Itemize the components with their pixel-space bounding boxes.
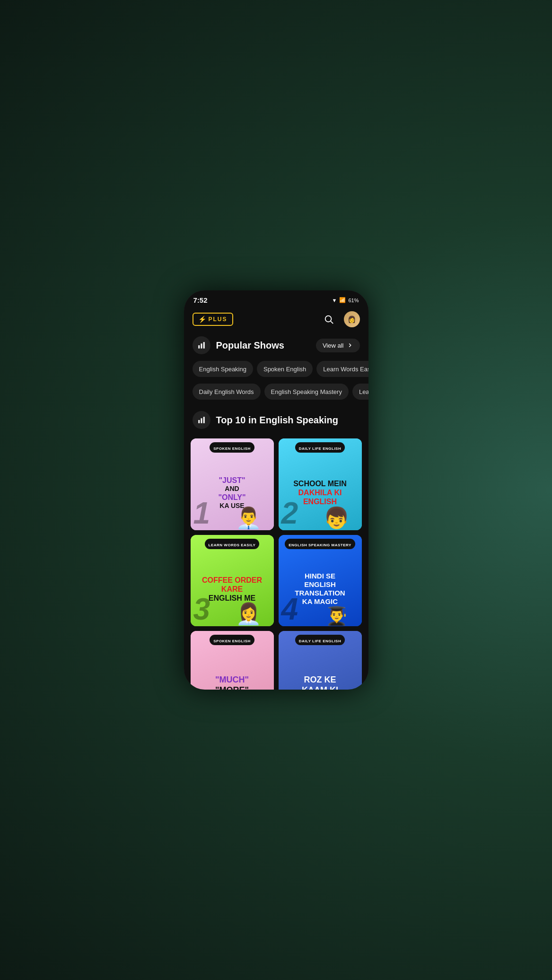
card-1[interactable]: SPOKEN ENGLISH "JUST" AND "ONLY" KA USE … [191, 438, 274, 530]
tag-learn-words[interactable]: Learn Words Easily [316, 361, 368, 377]
status-bar: 7:52 ▼ 📶 61% [184, 290, 368, 307]
svg-rect-2 [198, 345, 200, 349]
card-2[interactable]: DAILY LIFE ENGLISH SCHOOL MEIN DAKHILA K… [279, 438, 362, 530]
status-icons: ▼ 📶 61% [332, 297, 359, 303]
svg-point-0 [325, 316, 331, 322]
svg-line-1 [331, 321, 333, 324]
top10-title: Top 10 in English Speaking [216, 415, 339, 426]
card-2-person: 👦 [312, 480, 362, 530]
top10-title-group: Top 10 in English Speaking [193, 411, 339, 429]
top-bar: ⚡ PLUS 👩 [184, 307, 368, 332]
tag-english-speaking[interactable]: English Speaking [193, 361, 253, 377]
battery-icon: 61% [348, 298, 359, 303]
card-2-rank: 2 [281, 498, 298, 528]
card-6-text: ROZ KE KAAM KI [300, 648, 340, 690]
search-icon [324, 314, 334, 324]
top-bar-right: 👩 [320, 311, 360, 328]
popular-shows-header: Popular Shows View all [184, 332, 368, 359]
card-4-inner: ENGLISH SPEAKING MASTERY HINDI SE ENGLIS… [279, 535, 362, 627]
chevron-right-icon [347, 342, 353, 349]
phone-frame: 7:52 ▼ 📶 61% ⚡ PLUS [184, 290, 368, 690]
card-6-inner: DAILY LIFE ENGLISH ROZ KE KAAM KI 6 [279, 631, 362, 690]
card-3[interactable]: LEARN WORDS EASILY COFFEE ORDER KARE ENG… [191, 535, 274, 627]
bolt-icon: ⚡ [198, 315, 206, 323]
chart-icon-circle [193, 336, 210, 354]
avatar[interactable]: 👩 [344, 311, 360, 327]
card-3-inner: LEARN WORDS EASILY COFFEE ORDER KARE ENG… [191, 535, 274, 627]
card-4[interactable]: ENGLISH SPEAKING MASTERY HINDI SE ENGLIS… [279, 535, 362, 627]
signal-icon: 📶 [339, 297, 346, 303]
card-1-person: 👨‍💼 [224, 480, 274, 530]
card-5[interactable]: SPOKEN ENGLISH "MUCH" "MORE" 5 [191, 631, 274, 690]
tag-learn[interactable]: Learn [352, 384, 368, 400]
tags-row-1: English Speaking Spoken English Learn Wo… [184, 359, 368, 379]
bar-chart-icon [197, 341, 206, 350]
status-time: 7:52 [193, 296, 208, 304]
screen: 7:52 ▼ 📶 61% ⚡ PLUS [184, 290, 368, 690]
card-6-label: DAILY LIFE ENGLISH [295, 635, 345, 645]
top10-header: Top 10 in English Speaking [184, 407, 368, 434]
svg-rect-6 [201, 418, 202, 423]
card-6[interactable]: DAILY LIFE ENGLISH ROZ KE KAAM KI 6 [279, 631, 362, 690]
card-4-label: ENGLISH SPEAKING MASTERY [285, 539, 355, 549]
content-grid: SPOKEN ENGLISH "JUST" AND "ONLY" KA USE … [184, 434, 368, 690]
tag-spoken-english[interactable]: Spoken English [257, 361, 313, 377]
card-5-text: "MUCH" "MORE" [213, 648, 251, 690]
bar-chart-icon-2 [197, 416, 206, 424]
popular-shows-title: Popular Shows [216, 340, 284, 351]
tag-mastery[interactable]: English Speaking Mastery [264, 384, 349, 400]
card-1-inner: SPOKEN ENGLISH "JUST" AND "ONLY" KA USE … [191, 438, 274, 530]
card-3-rank: 3 [193, 594, 210, 624]
section-title-group: Popular Shows [193, 336, 284, 354]
top10-chart-icon [193, 411, 210, 429]
plus-label: PLUS [209, 316, 228, 323]
card-2-inner: DAILY LIFE ENGLISH SCHOOL MEIN DAKHILA K… [279, 438, 362, 530]
search-button[interactable] [320, 311, 337, 328]
tags-row-2: Daily English Words English Speaking Mas… [184, 382, 368, 402]
svg-rect-4 [203, 342, 204, 349]
card-3-label: LEARN WORDS EASILY [205, 539, 260, 549]
view-all-label: View all [323, 342, 344, 349]
plus-badge[interactable]: ⚡ PLUS [193, 313, 233, 326]
card-3-person: 👩‍💼 [224, 576, 274, 626]
card-5-label: SPOKEN ENGLISH [210, 635, 254, 645]
wifi-icon: ▼ [332, 298, 337, 303]
card-4-rank: 4 [281, 594, 298, 624]
card-2-label: DAILY LIFE ENGLISH [295, 442, 345, 453]
tag-daily-english[interactable]: Daily English Words [193, 384, 261, 400]
svg-rect-5 [198, 420, 200, 423]
card-4-person: 👨‍🎓 [312, 576, 362, 626]
card-5-inner: SPOKEN ENGLISH "MUCH" "MORE" 5 [191, 631, 274, 690]
card-1-label: SPOKEN ENGLISH [210, 442, 254, 453]
svg-rect-3 [201, 343, 202, 349]
svg-rect-7 [203, 417, 204, 423]
view-all-button[interactable]: View all [316, 339, 360, 352]
card-1-rank: 1 [193, 498, 210, 528]
